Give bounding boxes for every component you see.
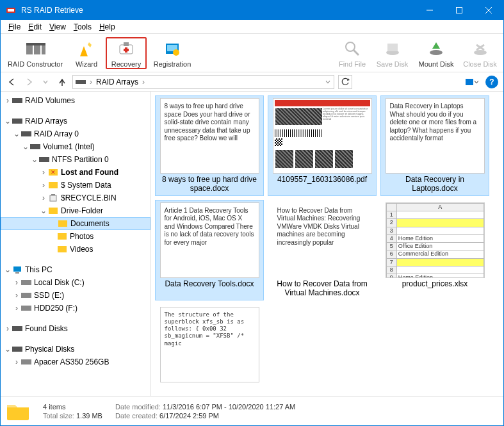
tree-drive-folder[interactable]: ⌄Drive-Folder: [1, 204, 150, 217]
tool-find-file[interactable]: Find File: [333, 38, 371, 68]
menu-edit[interactable]: Edit: [24, 21, 45, 33]
tool-close-disk[interactable]: Close Disk: [459, 38, 501, 68]
file-item[interactable]: How to Recover Data from Virtual Machine…: [268, 200, 377, 300]
tree-photos[interactable]: Photos: [1, 230, 150, 243]
close-button[interactable]: [474, 1, 503, 20]
expander-icon[interactable]: ⌄: [3, 265, 12, 274]
status-created-value: 6/17/2024 2:59 PM: [159, 412, 219, 420]
svg-rect-30: [466, 79, 473, 85]
menu-file[interactable]: File: [4, 21, 24, 33]
breadcrumb-sep: ›: [142, 78, 145, 86]
tool-mount-disk[interactable]: Mount Disk: [413, 38, 459, 68]
tool-label: Recovery: [111, 60, 141, 68]
expander-icon[interactable]: ›: [12, 304, 21, 313]
expander-icon[interactable]: ⌄: [30, 155, 39, 164]
svg-rect-40: [49, 208, 58, 214]
tree-ntfs-partition[interactable]: ⌄NTFS Partition 0: [1, 153, 150, 166]
expander-icon[interactable]: ⌄: [39, 206, 48, 215]
window-title: RS RAID Retrieve: [21, 6, 415, 15]
expander-icon[interactable]: ⌄: [12, 129, 21, 138]
tool-label: Find File: [339, 60, 366, 68]
svg-rect-32: [12, 119, 22, 124]
maximize-button[interactable]: [444, 1, 474, 20]
tree-system-data[interactable]: ›$ System Data: [1, 179, 150, 192]
expander-icon[interactable]: ⌄: [3, 345, 12, 354]
svg-rect-50: [12, 347, 22, 352]
content-pane[interactable]: 8 ways to free up hard drive space Does …: [151, 92, 503, 396]
tree-ssd-e[interactable]: ›SSD (E:): [1, 289, 150, 302]
file-item[interactable]: The structure of the superblock xfs_sb i…: [155, 304, 264, 386]
minimize-button[interactable]: [415, 1, 444, 20]
chevron-down-icon[interactable]: [325, 79, 331, 85]
tree-raid-array-0[interactable]: ⌄RAID Array 0: [1, 127, 150, 140]
breadcrumb-item[interactable]: RAID Arrays: [96, 78, 138, 86]
forward-button[interactable]: [22, 76, 35, 88]
svg-rect-13: [124, 42, 129, 46]
tree-videos[interactable]: Videos: [1, 243, 150, 256]
up-button[interactable]: [56, 76, 69, 88]
tool-registration[interactable]: Registration: [147, 38, 198, 68]
tree-lost-found[interactable]: ›✕Lost and Found: [1, 166, 150, 179]
drive-icon: [76, 79, 86, 85]
expander-icon[interactable]: ›: [3, 96, 12, 105]
tree-raid-volumes[interactable]: ›RAID Volumes: [1, 94, 150, 107]
status-modified-value: 11/3/2016 6:07 PM - 10/20/2020 11:27 AM: [163, 403, 295, 411]
file-item[interactable]: 8 ways to free up hard drive space Does …: [155, 95, 264, 196]
expander-icon[interactable]: ›: [12, 278, 21, 287]
svg-text:✕: ✕: [51, 169, 56, 176]
expander-icon[interactable]: ›: [12, 291, 21, 300]
tree-local-c[interactable]: ›Local Disk (C:): [1, 276, 150, 289]
file-preview: Article 1 Data Recovery Tools for Androi…: [160, 202, 259, 278]
file-name: Data Recovery in Laptops.docx: [384, 175, 486, 193]
expander-icon[interactable]: ⌄: [21, 142, 30, 151]
tool-recovery[interactable]: Recovery: [106, 37, 147, 69]
tree-physical-disks[interactable]: ⌄Physical Disks: [1, 343, 150, 356]
file-item[interactable]: A 1 2 3 4Home Edition 5Office Edition 6C…: [380, 200, 489, 300]
history-dropdown[interactable]: [39, 76, 52, 88]
find-file-icon: [342, 38, 362, 59]
folder-icon: [58, 218, 68, 229]
expander-icon[interactable]: ›: [3, 324, 12, 333]
file-item[interactable]: Lorem ipsum dolor sit amet consectetur a…: [268, 95, 377, 196]
refresh-button[interactable]: [338, 75, 352, 89]
expander-icon[interactable]: ›: [39, 168, 48, 177]
tree-recycle[interactable]: ›$RECYCLE.BIN: [1, 192, 150, 204]
svg-rect-9: [26, 43, 45, 45]
tree-hdd-f[interactable]: ›HDD250 (F:): [1, 302, 150, 315]
menu-view[interactable]: View: [45, 21, 70, 33]
tool-raid-constructor[interactable]: RAID Constructor: [3, 38, 67, 68]
breadcrumb[interactable]: › RAID Arrays ›: [72, 75, 334, 89]
help-button[interactable]: ?: [485, 76, 498, 88]
view-mode-button[interactable]: [462, 76, 482, 88]
breadcrumb-sep: ›: [90, 78, 92, 86]
tree-documents[interactable]: Documents: [1, 217, 150, 230]
expander-icon[interactable]: ›: [39, 181, 48, 190]
tree-apacer[interactable]: ›Apacer AS350 256GB: [1, 356, 150, 368]
app-icon: [6, 5, 16, 15]
svg-point-19: [346, 42, 355, 51]
svg-marker-29: [347, 78, 350, 81]
expander-icon[interactable]: ›: [39, 193, 48, 202]
file-item[interactable]: Article 1 Data Recovery Tools for Androi…: [155, 200, 264, 300]
registration-icon: [162, 38, 183, 59]
menu-help[interactable]: Help: [95, 21, 119, 33]
drive-icon: [39, 154, 49, 165]
expander-icon[interactable]: ›: [12, 357, 21, 366]
menu-tools[interactable]: Tools: [70, 21, 95, 33]
tool-save-disk[interactable]: Save Disk: [371, 38, 413, 68]
nav-bar: › RAID Arrays › ?: [1, 72, 503, 92]
tree-volume1[interactable]: ⌄Volume1 (Intel): [1, 140, 150, 153]
back-button[interactable]: [6, 76, 19, 88]
expander-icon[interactable]: ⌄: [3, 117, 12, 126]
tree-this-pc[interactable]: ⌄This PC: [1, 263, 150, 276]
tree-raid-arrays[interactable]: ⌄RAID Arrays: [1, 115, 150, 127]
tree-panel[interactable]: ›RAID Volumes ⌄RAID Arrays ⌄RAID Array 0…: [1, 92, 151, 396]
tool-wizard[interactable]: Wizard: [67, 38, 106, 68]
svg-rect-44: [13, 266, 21, 272]
tree-found-disks[interactable]: ›Found Disks: [1, 322, 150, 335]
svg-line-20: [354, 50, 359, 55]
svg-rect-31: [12, 98, 22, 103]
svg-rect-38: [49, 182, 58, 188]
svg-rect-35: [39, 157, 49, 162]
file-item[interactable]: Data Recovery in Laptops What should you…: [380, 95, 489, 196]
